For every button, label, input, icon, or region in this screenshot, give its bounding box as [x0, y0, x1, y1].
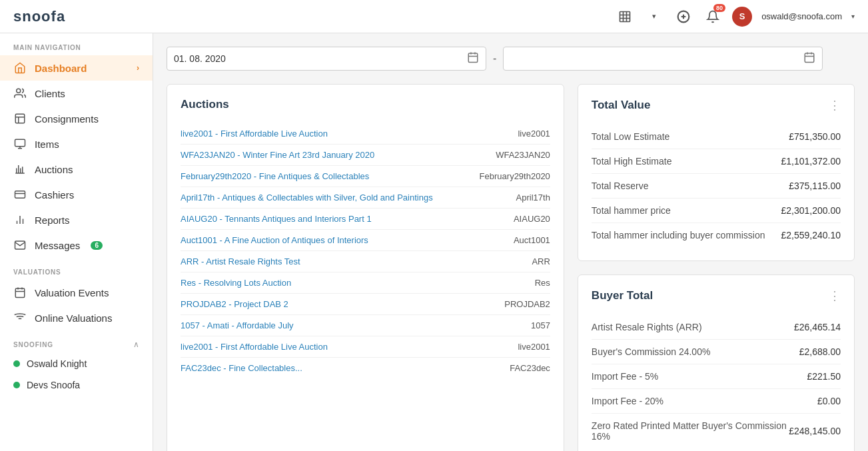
list-item: Artist Resale Rights (ARR) £26,465.14 [592, 315, 841, 340]
value-label: Total Reserve [592, 181, 649, 191]
sidebar-item-cashiers[interactable]: Cashiers [0, 182, 153, 207]
user-online-dot [13, 382, 20, 388]
header: snoofa ▾ 80 S oswald@snoofa.com ▾ [0, 0, 868, 33]
auction-code: ARR [464, 256, 550, 266]
value-label: Buyer's Commission 24.00% [592, 346, 711, 357]
auctions-icon [13, 163, 27, 175]
auction-code: Res [464, 278, 550, 288]
messages-badge: 6 [91, 241, 103, 250]
table-row: ARR - Artist Resale Rights Test ARR [181, 251, 550, 272]
building-icon[interactable] [615, 7, 635, 27]
sidebar-item-label: Consignments [35, 113, 99, 125]
logo: snoofa [13, 8, 65, 25]
auction-link[interactable]: PROJDAB2 - Project DAB 2 [181, 299, 464, 309]
end-date-input[interactable] [510, 53, 803, 64]
chevron-right-icon: › [137, 63, 139, 73]
user-menu-chevron-icon[interactable]: ▾ [851, 13, 855, 20]
auction-link[interactable]: live2001 - First Affordable Live Auction [181, 129, 464, 139]
value-label: Import Fee - 5% [592, 371, 658, 382]
sidebar-item-auctions[interactable]: Auctions [0, 157, 153, 182]
list-item: Zero Rated Printed Matter Buyer's Commis… [592, 414, 841, 448]
value-label: Artist Resale Rights (ARR) [592, 322, 702, 332]
table-row: live2001 - First Affordable Live Auction… [181, 123, 550, 145]
svg-rect-0 [620, 11, 630, 21]
sidebar-item-label: Clients [35, 88, 65, 99]
svg-point-2 [17, 89, 21, 93]
buyer-total-card-header: Buyer Total ⋮ [592, 288, 841, 303]
sidebar-item-online-valuations[interactable]: Online Valuations [0, 305, 153, 330]
auction-link[interactable]: WFA23JAN20 - Winter Fine Art 23rd Januar… [181, 150, 464, 160]
auction-link[interactable]: FAC23dec - Fine Collectables... [181, 363, 464, 373]
auction-link[interactable]: Auct1001 - A Fine Auction of Antiques of… [181, 235, 464, 245]
chevron-building-icon[interactable]: ▾ [644, 7, 664, 27]
table-row: February29th2020 - Fine Antiques & Colle… [181, 166, 550, 187]
value-amount: £1,101,372.00 [781, 156, 841, 167]
sidebar-item-dashboard[interactable]: Dashboard › [0, 55, 153, 81]
snoofing-user-devs[interactable]: Devs Snoofa [0, 374, 153, 396]
start-calendar-icon[interactable] [467, 51, 479, 66]
sidebar-item-label: Messages [35, 240, 80, 251]
value-amount: £26,465.14 [794, 322, 841, 332]
list-item: Import Fee - 5% £221.50 [592, 364, 841, 389]
sidebar-item-label: Online Valuations [35, 312, 112, 324]
sidebar-item-messages[interactable]: Messages 6 [0, 232, 153, 258]
main-content: - Auctions live2001 - First Affordable L… [153, 33, 868, 451]
value-label: Total hammer including buyer commission [592, 230, 765, 240]
svg-rect-5 [15, 191, 25, 199]
auctions-card: Auctions live2001 - First Affordable Liv… [167, 84, 564, 451]
value-amount: £2,301,200.00 [781, 205, 841, 216]
auctions-list: live2001 - First Affordable Live Auction… [181, 123, 550, 378]
sidebar-item-label: Dashboard [35, 63, 87, 74]
notification-bell-icon[interactable]: 80 [703, 7, 723, 27]
dashboard-icon [13, 62, 27, 74]
table-row: AIAUG20 - Tennants Antiques and Interior… [181, 209, 550, 230]
online-valuations-icon [13, 312, 27, 324]
list-item: Total hammer price £2,301,200.00 [592, 199, 841, 223]
avatar[interactable]: S [732, 7, 752, 27]
items-icon [13, 138, 27, 150]
buyer-total-menu-icon[interactable]: ⋮ [829, 288, 841, 303]
start-date-input[interactable] [174, 53, 467, 64]
table-row: 1057 - Amati - Affordable July 1057 [181, 315, 550, 336]
total-value-menu-icon[interactable]: ⋮ [829, 98, 841, 113]
svg-rect-13 [468, 53, 478, 63]
snoofing-toggle-icon[interactable]: ∧ [133, 340, 139, 349]
auction-link[interactable]: April17th - Antiques & Collectables with… [181, 193, 464, 203]
value-amount: £2,688.00 [799, 346, 841, 357]
end-date-input-wrap[interactable] [503, 47, 823, 71]
plus-icon[interactable] [673, 7, 693, 27]
sidebar-item-label: Cashiers [35, 189, 74, 201]
value-label: Total hammer price [592, 205, 671, 216]
auction-link[interactable]: AIAUG20 - Tennants Antiques and Interior… [181, 214, 464, 224]
list-item: Total Reserve £375,115.00 [592, 174, 841, 199]
sidebar-item-label: Reports [35, 215, 70, 226]
table-row: WFA23JAN20 - Winter Fine Art 23rd Januar… [181, 145, 550, 166]
value-amount: £248,145.00 [789, 426, 841, 436]
sidebar-item-valuation-events[interactable]: Valuation Events [0, 280, 153, 305]
auction-link[interactable]: February29th2020 - Fine Antiques & Colle… [181, 171, 464, 181]
start-date-input-wrap[interactable] [167, 47, 486, 71]
snoofing-user-label: Devs Snoofa [27, 380, 80, 390]
auctions-card-title: Auctions [181, 98, 229, 111]
sidebar-item-items[interactable]: Items [0, 131, 153, 157]
auction-link[interactable]: live2001 - First Affordable Live Auction [181, 342, 464, 352]
auction-link[interactable]: 1057 - Amati - Affordable July [181, 320, 464, 330]
snoofing-user-oswald[interactable]: Oswald Knight [0, 353, 153, 374]
sidebar-item-clients[interactable]: Clients [0, 81, 153, 106]
value-amount: £375,115.00 [789, 181, 841, 191]
sidebar-item-reports[interactable]: Reports [0, 207, 153, 232]
auction-code: WFA23JAN20 [464, 150, 550, 160]
user-email: oswald@snoofa.com [761, 11, 842, 21]
auction-link[interactable]: ARR - Artist Resale Rights Test [181, 256, 464, 266]
total-value-title: Total Value [592, 99, 651, 112]
sidebar-item-consignments[interactable]: Consignments [0, 106, 153, 131]
cards-row: Auctions live2001 - First Affordable Liv… [167, 84, 855, 451]
consignments-icon [13, 113, 27, 125]
end-calendar-icon[interactable] [803, 51, 815, 66]
snoofing-section: SNOOFING ∧ [0, 330, 153, 353]
buyer-total-title: Buyer Total [592, 289, 653, 302]
svg-rect-4 [15, 139, 25, 147]
auction-code: FAC23dec [464, 363, 550, 373]
svg-rect-9 [15, 288, 25, 298]
auction-link[interactable]: Res - Resolving Lots Auction [181, 278, 464, 288]
